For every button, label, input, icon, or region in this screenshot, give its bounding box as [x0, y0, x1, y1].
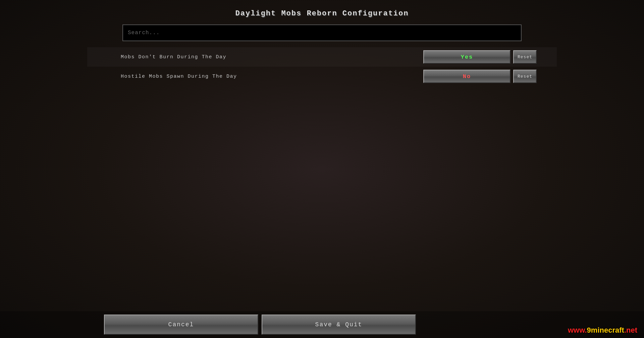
config-controls-mobs-dont-burn: Yes Reset: [423, 50, 537, 64]
cancel-button[interactable]: Cancel: [104, 315, 258, 335]
search-container: [122, 24, 522, 41]
page-title: Daylight Mobs Reborn Configuration: [235, 9, 409, 18]
toggle-hostile-mobs-spawn[interactable]: No: [423, 70, 511, 83]
toggle-mobs-dont-burn[interactable]: Yes: [423, 50, 511, 64]
config-label-mobs-dont-burn: Mobs Don't Burn During The Day: [121, 54, 226, 60]
watermark-suffix: .net: [624, 326, 637, 334]
config-controls-hostile-mobs-spawn: No Reset: [423, 70, 537, 83]
watermark-prefix: www.: [568, 326, 587, 334]
config-row-hostile-mobs-spawn: Hostile Mobs Spawn During The Day No Res…: [87, 67, 557, 86]
config-list: Mobs Don't Burn During The Day Yes Reset…: [87, 47, 557, 86]
watermark-site: 9minecraft: [587, 326, 624, 334]
bottom-buttons: Cancel Save & Quit: [0, 311, 644, 338]
config-label-hostile-mobs-spawn: Hostile Mobs Spawn During The Day: [121, 74, 237, 79]
watermark: www.9minecraft.net: [568, 326, 637, 335]
search-input[interactable]: [122, 24, 522, 41]
bottom-bar: Cancel Save & Quit www.9minecraft.net: [0, 311, 644, 338]
reset-mobs-dont-burn[interactable]: Reset: [513, 50, 537, 64]
config-row-mobs-dont-burn: Mobs Don't Burn During The Day Yes Reset: [87, 47, 557, 67]
save-quit-button[interactable]: Save & Quit: [262, 315, 416, 335]
reset-hostile-mobs-spawn[interactable]: Reset: [513, 70, 537, 83]
